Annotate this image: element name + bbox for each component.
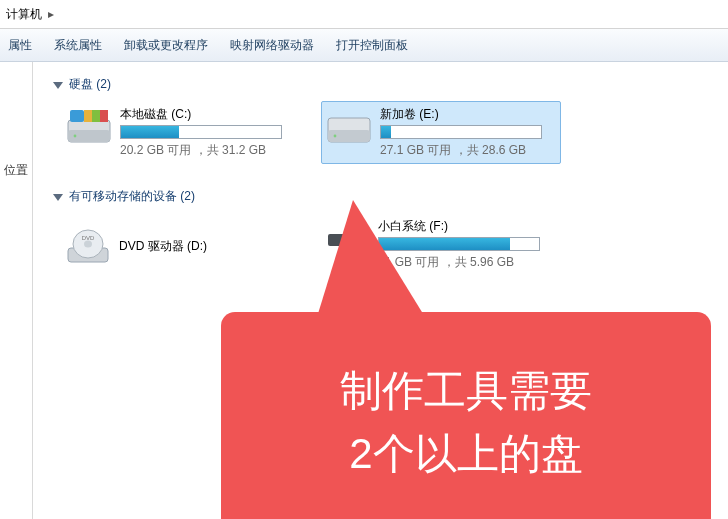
svg-rect-2 bbox=[70, 110, 84, 122]
capacity-bar bbox=[120, 125, 282, 139]
annotation-tail bbox=[313, 200, 433, 330]
capacity-fill bbox=[121, 126, 179, 138]
svg-rect-3 bbox=[84, 110, 92, 122]
group-title: 有可移动存储的设备 (2) bbox=[69, 188, 195, 205]
drive-name: 新加卷 (E:) bbox=[380, 106, 556, 123]
toolbar-uninstall[interactable]: 卸载或更改程序 bbox=[124, 37, 208, 54]
breadcrumb-bar: 计算机 ▸ bbox=[0, 0, 728, 29]
dvd-drive-icon: DVD bbox=[65, 228, 111, 268]
sidebar-location-label: 位置 bbox=[0, 162, 32, 179]
group-header-hard-drives[interactable]: 硬盘 (2) bbox=[53, 76, 714, 93]
drive-name: DVD 驱动器 (D:) bbox=[119, 238, 295, 255]
toolbar-system-properties[interactable]: 系统属性 bbox=[54, 37, 102, 54]
svg-rect-4 bbox=[92, 110, 100, 122]
collapse-icon bbox=[53, 194, 63, 201]
annotation-line1: 制作工具需要 bbox=[340, 367, 592, 414]
group-title: 硬盘 (2) bbox=[69, 76, 111, 93]
breadcrumb-root[interactable]: 计算机 bbox=[4, 6, 44, 23]
annotation-line2: 2个以上的盘 bbox=[349, 430, 582, 477]
toolbar: 属性 系统属性 卸载或更改程序 映射网络驱动器 打开控制面板 bbox=[0, 29, 728, 62]
hard-disk-icon bbox=[326, 106, 372, 146]
drive-d[interactable]: DVD DVD 驱动器 (D:) bbox=[61, 215, 299, 280]
drive-status: 27.1 GB 可用 ，共 28.6 GB bbox=[380, 142, 556, 159]
toolbar-properties[interactable]: 属性 bbox=[8, 37, 32, 54]
svg-rect-5 bbox=[100, 110, 108, 122]
drive-c[interactable]: 本地磁盘 (C:) 20.2 GB 可用 ，共 31.2 GB bbox=[61, 101, 301, 164]
svg-point-9 bbox=[334, 135, 337, 138]
sidebar: 位置 bbox=[0, 62, 33, 519]
drive-meta: 本地磁盘 (C:) 20.2 GB 可用 ，共 31.2 GB bbox=[120, 106, 296, 159]
drive-meta: DVD 驱动器 (D:) bbox=[119, 238, 295, 257]
svg-point-12 bbox=[84, 240, 92, 247]
annotation-callout: 制作工具需要 2个以上的盘 bbox=[221, 312, 711, 519]
svg-text:DVD: DVD bbox=[82, 235, 95, 241]
annotation-text: 制作工具需要 2个以上的盘 bbox=[340, 359, 592, 485]
drive-status: 20.2 GB 可用 ，共 31.2 GB bbox=[120, 142, 296, 159]
svg-point-6 bbox=[74, 135, 77, 138]
drive-name: 本地磁盘 (C:) bbox=[120, 106, 296, 123]
toolbar-map-network-drive[interactable]: 映射网络驱动器 bbox=[230, 37, 314, 54]
group-hard-drives: 硬盘 (2) 本地磁盘 (C:) 20.2 GB 可用 ，共 31.2 GB bbox=[47, 76, 714, 178]
chevron-right-icon[interactable]: ▸ bbox=[48, 7, 54, 21]
main-area: 位置 硬盘 (2) 本地磁盘 (C:) 20.2 GB 可用 ，共 31.2 G… bbox=[0, 62, 728, 519]
drive-e[interactable]: 新加卷 (E:) 27.1 GB 可用 ，共 28.6 GB bbox=[321, 101, 561, 164]
drive-meta: 新加卷 (E:) 27.1 GB 可用 ，共 28.6 GB bbox=[380, 106, 556, 159]
capacity-bar bbox=[380, 125, 542, 139]
collapse-icon bbox=[53, 82, 63, 89]
toolbar-control-panel[interactable]: 打开控制面板 bbox=[336, 37, 408, 54]
hard-disk-icon bbox=[66, 106, 112, 146]
content-pane: 硬盘 (2) 本地磁盘 (C:) 20.2 GB 可用 ，共 31.2 GB bbox=[33, 62, 728, 519]
capacity-fill bbox=[381, 126, 391, 138]
hard-drive-items: 本地磁盘 (C:) 20.2 GB 可用 ，共 31.2 GB 新加卷 (E:)… bbox=[47, 101, 714, 178]
